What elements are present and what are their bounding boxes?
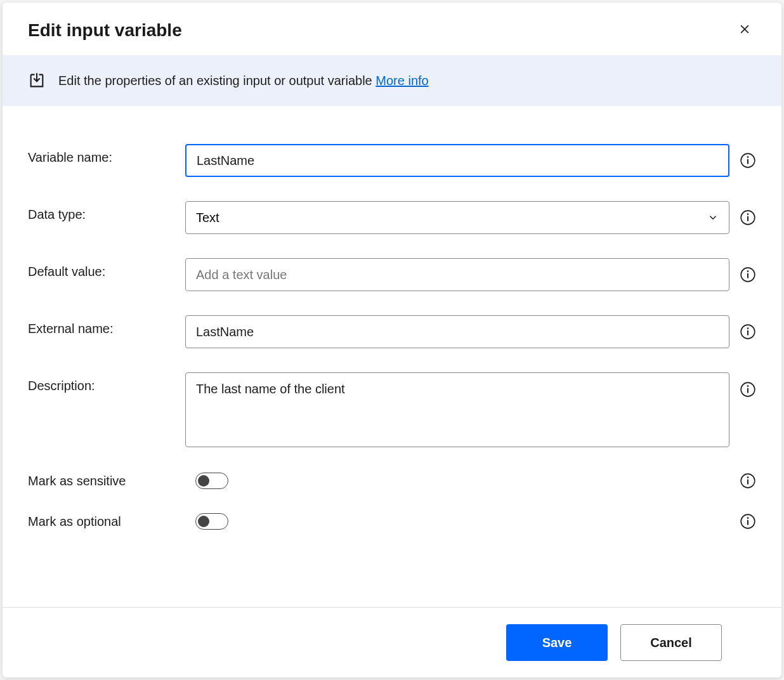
default-value-row: Default value: [28, 258, 756, 291]
mark-sensitive-row: Mark as sensitive [28, 473, 756, 489]
more-info-link[interactable]: More info [376, 74, 428, 88]
info-icon[interactable] [740, 381, 756, 398]
variable-name-input[interactable] [185, 144, 729, 177]
external-name-input[interactable] [185, 315, 729, 348]
data-type-row: Data type: Text [28, 201, 756, 234]
mark-optional-toggle[interactable] [195, 513, 228, 530]
info-banner: Edit the properties of an existing input… [3, 55, 781, 106]
svg-point-22 [747, 517, 749, 519]
dialog-title: Edit input variable [28, 20, 182, 41]
default-value-label: Default value: [28, 258, 185, 279]
data-type-select[interactable]: Text [185, 201, 729, 234]
external-name-label: External name: [28, 315, 185, 336]
description-row: Description: [28, 372, 756, 447]
mark-sensitive-label: Mark as sensitive [28, 473, 185, 488]
svg-point-19 [747, 476, 749, 478]
chevron-down-icon [707, 212, 719, 223]
mark-sensitive-toggle[interactable] [195, 473, 228, 489]
mark-optional-label: Mark as optional [28, 513, 185, 529]
svg-point-4 [747, 156, 749, 158]
info-icon[interactable] [740, 152, 756, 169]
data-type-value: Text [196, 211, 219, 225]
save-button[interactable]: Save [506, 624, 608, 661]
svg-point-13 [747, 327, 749, 329]
import-variable-icon [28, 72, 46, 89]
svg-point-16 [747, 385, 749, 387]
info-icon[interactable] [740, 209, 756, 226]
mark-optional-row: Mark as optional [28, 513, 756, 530]
banner-content: Edit the properties of an existing input… [58, 74, 429, 88]
description-textarea[interactable] [185, 372, 729, 447]
info-icon[interactable] [740, 266, 756, 283]
cancel-button[interactable]: Cancel [620, 624, 722, 661]
svg-point-7 [747, 213, 749, 215]
close-icon [738, 23, 751, 36]
dialog-header: Edit input variable [3, 3, 781, 55]
info-icon[interactable] [740, 324, 756, 340]
default-value-input[interactable] [185, 258, 729, 291]
banner-text: Edit the properties of an existing input… [58, 74, 376, 88]
external-name-row: External name: [28, 315, 756, 348]
variable-name-row: Variable name: [28, 144, 756, 177]
dialog-footer: Save Cancel [3, 607, 781, 677]
info-icon[interactable] [740, 473, 756, 489]
close-button[interactable] [733, 18, 756, 43]
svg-point-10 [747, 270, 749, 272]
info-icon[interactable] [740, 513, 756, 530]
edit-variable-dialog: Edit input variable Edit the properties … [3, 3, 781, 677]
form-body: Variable name: Data type: Text [3, 106, 781, 607]
data-type-label: Data type: [28, 201, 185, 222]
description-label: Description: [28, 372, 185, 393]
variable-name-label: Variable name: [28, 144, 185, 165]
